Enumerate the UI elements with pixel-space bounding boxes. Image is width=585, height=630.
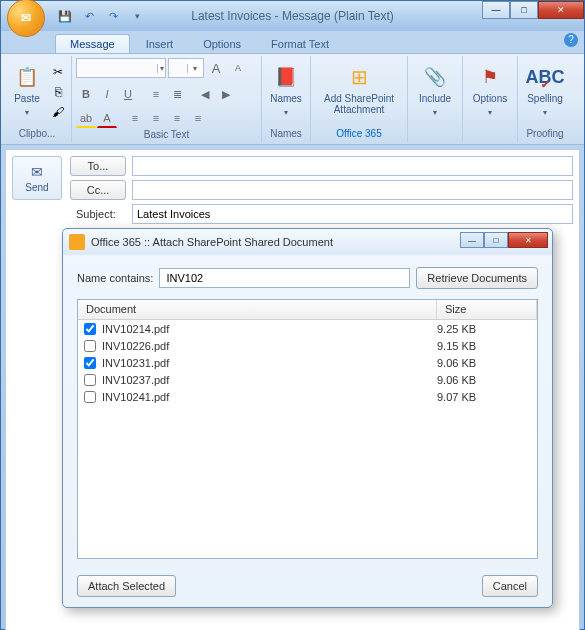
attachment-icon: 📎 xyxy=(421,63,449,91)
cc-field[interactable] xyxy=(132,180,573,200)
attach-selected-button[interactable]: Attach Selected xyxy=(77,575,176,597)
subject-label: Subject: xyxy=(70,208,126,220)
add-sharepoint-attachment-button[interactable]: ⊞ Add SharePoint Attachment xyxy=(315,58,403,124)
table-row[interactable]: INV10241.pdf9.07 KB xyxy=(78,388,537,405)
undo-icon[interactable]: ↶ xyxy=(81,8,97,24)
minimize-button[interactable]: — xyxy=(482,1,510,19)
chevron-down-icon xyxy=(543,106,547,117)
send-label: Send xyxy=(25,182,48,193)
font-family-selector[interactable]: ▾ xyxy=(76,58,166,78)
row-checkbox[interactable] xyxy=(84,340,96,352)
name-contains-label: Name contains: xyxy=(77,272,153,284)
document-name: INV10231.pdf xyxy=(102,357,437,369)
font-color-button[interactable]: A xyxy=(97,108,117,128)
justify-button[interactable]: ≡ xyxy=(188,108,208,128)
options-button[interactable]: ⚑ Options xyxy=(467,58,513,124)
align-left-button[interactable]: ≡ xyxy=(125,108,145,128)
group-names: 📕 Names Names xyxy=(262,56,311,142)
group-label-include xyxy=(412,138,458,140)
send-button[interactable]: ✉ Send xyxy=(12,156,62,200)
bold-button[interactable]: B xyxy=(76,84,96,104)
tab-message[interactable]: Message xyxy=(55,34,130,53)
indent-button[interactable]: ▶ xyxy=(216,84,236,104)
spelling-button[interactable]: ABC✔ Spelling xyxy=(522,58,568,124)
document-size: 9.25 KB xyxy=(437,323,533,335)
group-label-options xyxy=(467,138,513,140)
redo-icon[interactable]: ↷ xyxy=(105,8,121,24)
window-controls: — □ ✕ xyxy=(482,1,584,19)
bullets-button[interactable]: ≡ xyxy=(146,84,166,104)
format-painter-icon[interactable]: 🖌 xyxy=(49,104,67,120)
group-proofing: ABC✔ Spelling Proofing xyxy=(518,56,572,142)
qat-dropdown-icon[interactable]: ▾ xyxy=(129,8,145,24)
chevron-down-icon xyxy=(488,106,492,117)
table-row[interactable]: INV10214.pdf9.25 KB xyxy=(78,320,537,337)
document-name: INV10241.pdf xyxy=(102,391,437,403)
flag-icon: ⚑ xyxy=(476,63,504,91)
font-size-selector[interactable]: ▾ xyxy=(168,58,204,78)
highlight-button[interactable]: ab xyxy=(76,108,96,128)
align-right-button[interactable]: ≡ xyxy=(167,108,187,128)
document-size: 9.07 KB xyxy=(437,391,533,403)
document-name: INV10226.pdf xyxy=(102,340,437,352)
row-checkbox[interactable] xyxy=(84,323,96,335)
group-clipboard: 📋 Paste ✂ ⎘ 🖌 Clipbo... xyxy=(3,56,72,142)
numbering-button[interactable]: ≣ xyxy=(167,84,187,104)
shrink-font-icon[interactable]: A xyxy=(228,58,248,78)
group-options: ⚑ Options xyxy=(463,56,518,142)
group-office365: ⊞ Add SharePoint Attachment Office 365 xyxy=(311,56,408,142)
subject-field[interactable] xyxy=(132,204,573,224)
retrieve-documents-button[interactable]: Retrieve Documents xyxy=(416,267,538,289)
maximize-button[interactable]: □ xyxy=(510,1,538,19)
table-row[interactable]: INV10237.pdf9.06 KB xyxy=(78,371,537,388)
column-header-document[interactable]: Document xyxy=(78,300,437,319)
save-icon[interactable]: 💾 xyxy=(57,8,73,24)
help-icon[interactable]: ? xyxy=(564,33,578,47)
to-field[interactable] xyxy=(132,156,573,176)
name-contains-input[interactable] xyxy=(159,268,410,288)
table-row[interactable]: INV10231.pdf9.06 KB xyxy=(78,354,537,371)
tab-insert[interactable]: Insert xyxy=(132,35,188,53)
dialog-maximize-button[interactable]: □ xyxy=(484,232,508,248)
tab-options[interactable]: Options xyxy=(189,35,255,53)
paste-label: Paste xyxy=(14,93,40,104)
include-button[interactable]: 📎 Include xyxy=(412,58,458,124)
underline-button[interactable]: U xyxy=(118,84,138,104)
align-center-button[interactable]: ≡ xyxy=(146,108,166,128)
cc-button[interactable]: Cc... xyxy=(70,180,126,200)
dialog-icon xyxy=(69,234,85,250)
group-label-proofing: Proofing xyxy=(522,127,568,140)
paste-icon: 📋 xyxy=(13,63,41,91)
cancel-button[interactable]: Cancel xyxy=(482,575,538,597)
italic-button[interactable]: I xyxy=(97,84,117,104)
paste-button[interactable]: 📋 Paste xyxy=(7,58,47,124)
attach-sharepoint-dialog: Office 365 :: Attach SharePoint Shared D… xyxy=(62,228,553,608)
row-checkbox[interactable] xyxy=(84,357,96,369)
to-button[interactable]: To... xyxy=(70,156,126,176)
tab-format-text[interactable]: Format Text xyxy=(257,35,343,53)
include-label: Include xyxy=(419,93,451,104)
office-orb-button[interactable]: ✉ xyxy=(7,0,45,37)
copy-icon[interactable]: ⎘ xyxy=(49,84,67,100)
dialog-title: Office 365 :: Attach SharePoint Shared D… xyxy=(91,236,333,248)
row-checkbox[interactable] xyxy=(84,391,96,403)
group-label-basictext: Basic Text xyxy=(76,128,257,141)
grow-font-icon[interactable]: A xyxy=(206,58,226,78)
row-checkbox[interactable] xyxy=(84,374,96,386)
cut-icon[interactable]: ✂ xyxy=(49,64,67,80)
column-header-size[interactable]: Size xyxy=(437,300,537,319)
dialog-minimize-button[interactable]: — xyxy=(460,232,484,248)
table-row[interactable]: INV10226.pdf9.15 KB xyxy=(78,337,537,354)
group-include: 📎 Include xyxy=(408,56,463,142)
document-list: Document Size INV10214.pdf9.25 KBINV1022… xyxy=(77,299,538,559)
dialog-close-button[interactable]: ✕ xyxy=(508,232,548,248)
group-label-office365[interactable]: Office 365 xyxy=(315,127,403,140)
ribbon: 📋 Paste ✂ ⎘ 🖌 Clipbo... ▾ ▾ A A xyxy=(1,53,584,145)
sharepoint-label: Add SharePoint Attachment xyxy=(316,93,402,115)
address-book-icon: 📕 xyxy=(272,63,300,91)
outdent-button[interactable]: ◀ xyxy=(195,84,215,104)
close-button[interactable]: ✕ xyxy=(538,1,584,19)
names-button[interactable]: 📕 Names xyxy=(266,58,306,124)
send-icon: ✉ xyxy=(31,164,43,180)
document-size: 9.15 KB xyxy=(437,340,533,352)
